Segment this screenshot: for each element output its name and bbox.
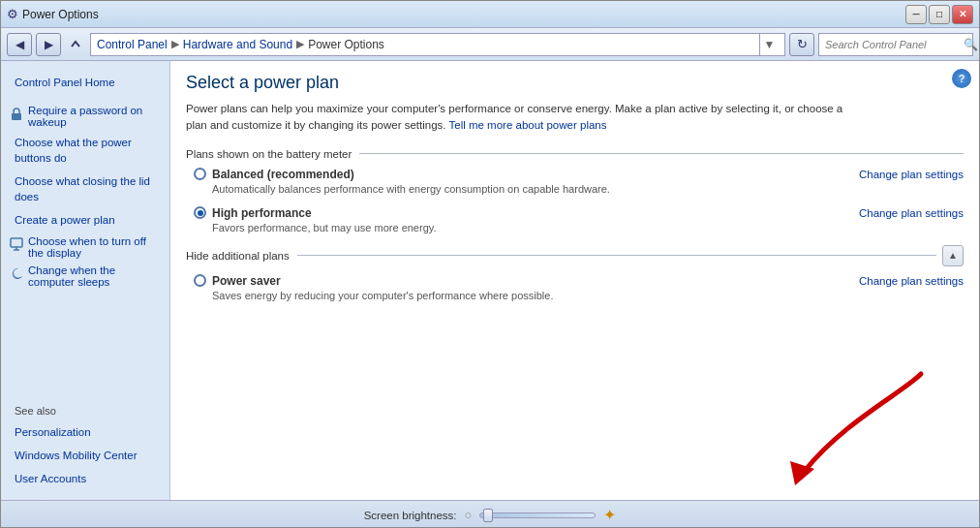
sidebar: Control Panel Home Require a password on…	[1, 61, 170, 500]
title-bar-left: ⚙ Power Options	[7, 7, 99, 21]
sidebar-link-require-password-label: Require a password on wakeup	[28, 105, 160, 128]
up-button[interactable]	[65, 34, 86, 55]
svg-rect-1	[11, 238, 22, 247]
sidebar-item-user-accounts[interactable]: User Accounts	[1, 467, 169, 490]
breadcrumb-sep-2: ▶	[296, 38, 304, 50]
title-bar: ⚙ Power Options ─ □ ✕	[1, 1, 979, 28]
page-title: Select a power plan	[186, 73, 964, 93]
brightness-slider-thumb[interactable]	[483, 509, 493, 522]
plan-row-balanced: Balanced (recommended) Change plan setti…	[186, 168, 964, 195]
sidebar-item-turn-off-display[interactable]: Choose when to turn off the display	[1, 233, 169, 262]
search-icon[interactable]: 🔍	[964, 38, 978, 51]
refresh-button[interactable]: ↻	[789, 33, 814, 56]
minimize-button[interactable]: ─	[905, 5, 927, 24]
sidebar-item-control-panel-home[interactable]: Control Panel Home	[1, 71, 169, 94]
main-container: Control Panel Home Require a password on…	[1, 61, 979, 500]
plan-desc-high-performance: Favors performance, but may use more ene…	[212, 222, 964, 233]
learn-more-link[interactable]: Tell me more about power plans	[448, 119, 606, 131]
forward-button[interactable]: ▶	[36, 33, 61, 56]
lock-icon	[9, 106, 24, 121]
plan-desc-power-saver: Saves energy by reducing your computer's…	[212, 290, 964, 301]
back-button[interactable]: ◀	[7, 33, 32, 56]
hide-plans-divider	[297, 255, 936, 256]
window-icon: ⚙	[7, 7, 18, 21]
plan-left-balanced: Balanced (recommended)	[194, 168, 354, 181]
plan-header-high-performance: High performance Change plan settings	[194, 206, 964, 220]
sidebar-item-closing-lid[interactable]: Choose what closing the lid does	[1, 170, 169, 208]
sidebar-item-mobility-center[interactable]: Windows Mobility Center	[1, 444, 169, 467]
brightness-slider[interactable]	[479, 512, 596, 518]
radio-balanced[interactable]	[194, 168, 206, 180]
content-description: Power plans can help you maximize your c…	[186, 101, 844, 135]
hide-plans-label: Hide additional plans	[186, 250, 290, 262]
breadcrumb-sep-1: ▶	[171, 38, 179, 50]
radio-power-saver[interactable]	[194, 274, 206, 287]
collapse-button[interactable]: ▲	[942, 245, 964, 266]
title-bar-buttons: ─ □ ✕	[905, 5, 973, 24]
plan-name-high-performance: High performance	[212, 206, 312, 220]
see-also-title: See also	[1, 393, 169, 420]
plan-header-balanced: Balanced (recommended) Change plan setti…	[194, 168, 964, 181]
sidebar-link-change-sleep-label: Change when the computer sleeps	[28, 264, 160, 288]
sidebar-link-turn-off-display-label: Choose when to turn off the display	[28, 235, 160, 259]
search-input[interactable]	[825, 39, 960, 50]
annotation-arrow	[747, 364, 940, 490]
sidebar-item-power-buttons[interactable]: Choose what the power buttons do	[1, 131, 169, 170]
sidebar-item-personalization[interactable]: Personalization	[1, 420, 169, 444]
sleep-icon	[9, 265, 24, 281]
svg-rect-0	[12, 113, 21, 120]
close-button[interactable]: ✕	[952, 5, 973, 24]
sidebar-item-require-password[interactable]: Require a password on wakeup	[1, 102, 169, 131]
plan-left-power-saver: Power saver	[194, 274, 281, 288]
plans-section-header: Plans shown on the battery meter	[186, 148, 964, 160]
plan-row-power-saver: Power saver Change plan settings Saves e…	[186, 274, 964, 301]
maximize-button[interactable]: □	[929, 5, 950, 24]
change-plan-link-high-performance[interactable]: Change plan settings	[859, 207, 964, 219]
monitor-icon	[9, 236, 24, 252]
content-area: ? Select a power plan Power plans can he…	[170, 61, 979, 500]
sidebar-item-create-plan[interactable]: Create a power plan	[1, 208, 169, 232]
plan-header-power-saver: Power saver Change plan settings	[194, 274, 964, 288]
dim-brightness-icon: ○	[465, 508, 473, 522]
window-title: Power Options	[22, 8, 99, 21]
breadcrumb-dropdown[interactable]: ▼	[759, 34, 779, 55]
breadcrumb-control-panel[interactable]: Control Panel	[97, 38, 168, 51]
plan-desc-balanced: Automatically balances performance with …	[212, 183, 964, 195]
help-button[interactable]: ?	[952, 69, 971, 88]
breadcrumb-power-options: Power Options	[308, 38, 384, 51]
radio-high-performance[interactable]	[194, 206, 206, 219]
svg-marker-4	[790, 461, 814, 485]
bright-brightness-icon: ✦	[603, 506, 616, 524]
brightness-label: Screen brightness:	[364, 510, 457, 521]
plan-left-high-performance: High performance	[194, 206, 312, 220]
sidebar-item-change-sleep[interactable]: Change when the computer sleeps	[1, 262, 169, 291]
plan-row-high-performance: High performance Change plan settings Fa…	[186, 206, 964, 233]
plans-section-divider	[359, 153, 964, 154]
address-bar: ◀ ▶ Control Panel ▶ Hardware and Sound ▶…	[1, 28, 979, 61]
change-plan-link-balanced[interactable]: Change plan settings	[859, 169, 964, 180]
search-bar: 🔍	[818, 33, 973, 56]
bottom-bar: Screen brightness: ○ ✦	[1, 500, 979, 528]
change-plan-link-power-saver[interactable]: Change plan settings	[859, 275, 964, 287]
breadcrumb: Control Panel ▶ Hardware and Sound ▶ Pow…	[90, 33, 785, 56]
plan-name-balanced: Balanced (recommended)	[212, 168, 354, 181]
plan-name-power-saver: Power saver	[212, 274, 281, 288]
hide-plans-header: Hide additional plans ▲	[186, 245, 964, 266]
breadcrumb-hardware-sound[interactable]: Hardware and Sound	[183, 38, 292, 51]
plans-section-label: Plans shown on the battery meter	[186, 148, 352, 160]
